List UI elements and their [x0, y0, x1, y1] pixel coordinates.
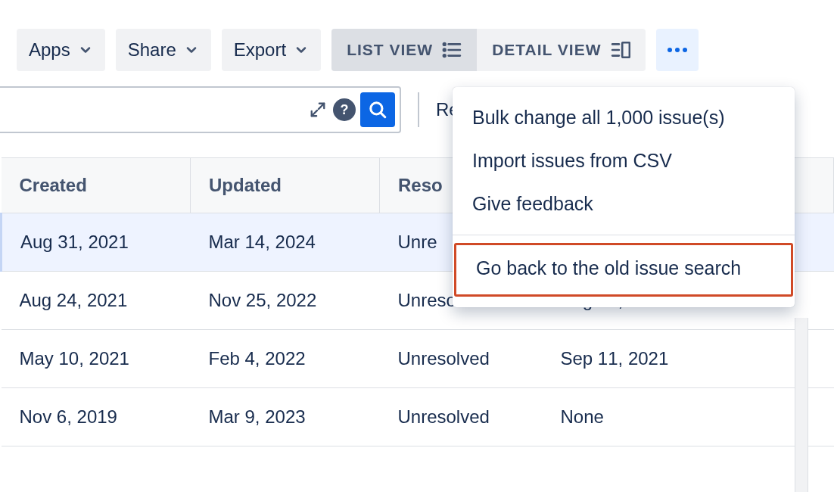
- svg-line-13: [381, 113, 385, 117]
- col-created[interactable]: Created: [2, 158, 191, 213]
- more-dropdown: Bulk change all 1,000 issue(s) Import is…: [453, 87, 795, 307]
- cell-due: None: [543, 388, 834, 446]
- svg-rect-9: [622, 42, 630, 58]
- chevron-down-icon: [294, 42, 309, 58]
- dropdown-separator: [453, 235, 795, 235]
- cell-updated: Mar 14, 2024: [191, 213, 380, 272]
- toolbar: Apps Share Export LIST VIEW DETAIL VIEW: [0, 0, 834, 86]
- svg-point-2: [443, 49, 446, 51]
- cell-resolution: Unresolved: [380, 388, 543, 446]
- dropdown-highlight: Go back to the old issue search: [454, 243, 793, 297]
- dropdown-give-feedback[interactable]: Give feedback: [453, 182, 795, 226]
- cell-created: Aug 24, 2021: [2, 272, 191, 330]
- detail-icon: [611, 42, 630, 58]
- more-dots-icon: [668, 48, 687, 52]
- cell-created: Nov 6, 2019: [2, 388, 191, 446]
- search-button[interactable]: [360, 92, 395, 127]
- apps-button[interactable]: Apps: [17, 29, 105, 71]
- list-view-label: LIST VIEW: [347, 41, 433, 59]
- export-button[interactable]: Export: [222, 29, 321, 71]
- list-icon: [442, 42, 462, 58]
- detail-view-button[interactable]: DETAIL VIEW: [477, 29, 645, 71]
- help-icon[interactable]: ?: [333, 98, 356, 121]
- col-updated[interactable]: Updated: [191, 158, 380, 213]
- dropdown-import-csv[interactable]: Import issues from CSV: [453, 139, 795, 182]
- cell-resolution: Unresolved: [380, 330, 543, 388]
- search-icon: [368, 100, 387, 120]
- cell-updated: Feb 4, 2022: [191, 330, 380, 388]
- chevron-down-icon: [78, 42, 93, 58]
- svg-point-0: [443, 43, 446, 45]
- chevron-down-icon: [184, 42, 199, 58]
- apps-label: Apps: [29, 39, 70, 61]
- dropdown-bulk-change[interactable]: Bulk change all 1,000 issue(s): [453, 96, 795, 139]
- table-row[interactable]: May 10, 2021 Feb 4, 2022 Unresolved Sep …: [2, 330, 834, 388]
- view-toggle: LIST VIEW DETAIL VIEW: [331, 29, 645, 71]
- share-button[interactable]: Share: [116, 29, 211, 71]
- cell-created: Aug 31, 2021: [2, 213, 191, 272]
- vertical-separator: [418, 92, 419, 127]
- dropdown-go-back[interactable]: Go back to the old issue search: [456, 247, 791, 290]
- expand-icon[interactable]: [307, 99, 328, 120]
- list-view-button[interactable]: LIST VIEW: [331, 29, 477, 71]
- share-label: Share: [128, 39, 176, 61]
- cell-updated: Nov 25, 2022: [191, 272, 380, 330]
- export-label: Export: [234, 39, 286, 61]
- more-actions-button[interactable]: [656, 29, 699, 71]
- svg-point-4: [443, 54, 446, 57]
- vertical-scrollbar[interactable]: [795, 318, 808, 492]
- table-row[interactable]: Nov 6, 2019 Mar 9, 2023 Unresolved None: [2, 388, 834, 446]
- detail-view-label: DETAIL VIEW: [492, 41, 601, 59]
- cell-created: May 10, 2021: [2, 330, 191, 388]
- cell-due: Sep 11, 2021: [543, 330, 834, 388]
- search-box[interactable]: ?: [0, 86, 401, 133]
- cell-updated: Mar 9, 2023: [191, 388, 380, 446]
